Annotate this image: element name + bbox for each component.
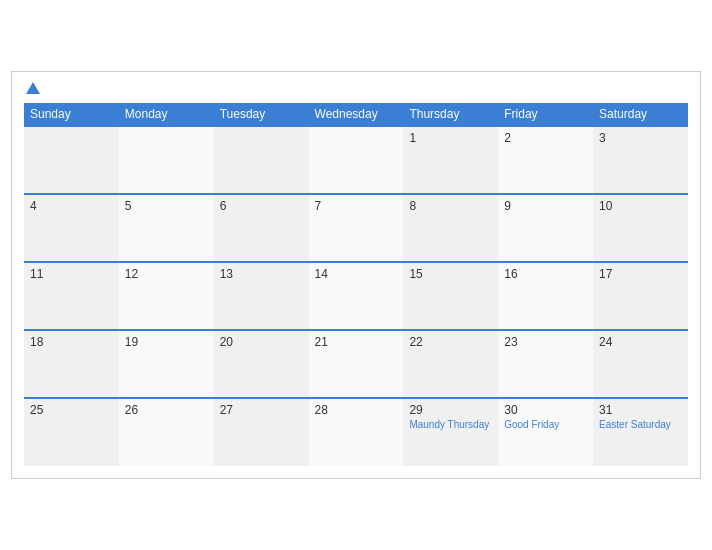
calendar-cell: 21 bbox=[309, 330, 404, 398]
day-number: 1 bbox=[409, 131, 492, 145]
calendar-cell: 28 bbox=[309, 398, 404, 466]
calendar-cell: 17 bbox=[593, 262, 688, 330]
holiday-name: Maundy Thursday bbox=[409, 419, 492, 431]
calendar-cell: 13 bbox=[214, 262, 309, 330]
calendar-cell: 6 bbox=[214, 194, 309, 262]
weekday-header-saturday: Saturday bbox=[593, 103, 688, 126]
calendar-cell bbox=[24, 126, 119, 194]
calendar-cell bbox=[214, 126, 309, 194]
calendar-thead: SundayMondayTuesdayWednesdayThursdayFrid… bbox=[24, 103, 688, 126]
weekday-header-row: SundayMondayTuesdayWednesdayThursdayFrid… bbox=[24, 103, 688, 126]
day-number: 8 bbox=[409, 199, 492, 213]
calendar-cell bbox=[119, 126, 214, 194]
calendar-cell: 27 bbox=[214, 398, 309, 466]
calendar-tbody: 1234567891011121314151617181920212223242… bbox=[24, 126, 688, 466]
day-number: 3 bbox=[599, 131, 682, 145]
day-number: 27 bbox=[220, 403, 303, 417]
day-number: 13 bbox=[220, 267, 303, 281]
day-number: 25 bbox=[30, 403, 113, 417]
calendar-cell: 1 bbox=[403, 126, 498, 194]
calendar-cell: 30Good Friday bbox=[498, 398, 593, 466]
calendar-container: SundayMondayTuesdayWednesdayThursdayFrid… bbox=[11, 71, 701, 479]
calendar-cell: 22 bbox=[403, 330, 498, 398]
day-number: 9 bbox=[504, 199, 587, 213]
calendar-cell: 5 bbox=[119, 194, 214, 262]
day-number: 4 bbox=[30, 199, 113, 213]
logo-blue-text bbox=[24, 82, 40, 95]
day-number: 21 bbox=[315, 335, 398, 349]
calendar-cell: 24 bbox=[593, 330, 688, 398]
calendar-cell: 31Easter Saturday bbox=[593, 398, 688, 466]
day-number: 12 bbox=[125, 267, 208, 281]
day-number: 2 bbox=[504, 131, 587, 145]
weekday-header-tuesday: Tuesday bbox=[214, 103, 309, 126]
calendar-cell: 18 bbox=[24, 330, 119, 398]
calendar-cell: 16 bbox=[498, 262, 593, 330]
day-number: 11 bbox=[30, 267, 113, 281]
day-number: 5 bbox=[125, 199, 208, 213]
calendar-week-row: 2526272829Maundy Thursday30Good Friday31… bbox=[24, 398, 688, 466]
calendar-cell: 4 bbox=[24, 194, 119, 262]
calendar-cell: 19 bbox=[119, 330, 214, 398]
day-number: 16 bbox=[504, 267, 587, 281]
logo-triangle-icon bbox=[26, 82, 40, 94]
calendar-cell: 2 bbox=[498, 126, 593, 194]
holiday-name: Easter Saturday bbox=[599, 419, 682, 431]
calendar-header bbox=[24, 82, 688, 95]
day-number: 20 bbox=[220, 335, 303, 349]
weekday-header-wednesday: Wednesday bbox=[309, 103, 404, 126]
day-number: 18 bbox=[30, 335, 113, 349]
day-number: 10 bbox=[599, 199, 682, 213]
calendar-cell: 8 bbox=[403, 194, 498, 262]
day-number: 23 bbox=[504, 335, 587, 349]
calendar-cell: 12 bbox=[119, 262, 214, 330]
holiday-name: Good Friday bbox=[504, 419, 587, 431]
calendar-cell: 26 bbox=[119, 398, 214, 466]
weekday-header-friday: Friday bbox=[498, 103, 593, 126]
weekday-header-sunday: Sunday bbox=[24, 103, 119, 126]
day-number: 14 bbox=[315, 267, 398, 281]
calendar-cell bbox=[309, 126, 404, 194]
weekday-header-thursday: Thursday bbox=[403, 103, 498, 126]
day-number: 22 bbox=[409, 335, 492, 349]
day-number: 30 bbox=[504, 403, 587, 417]
day-number: 17 bbox=[599, 267, 682, 281]
day-number: 19 bbox=[125, 335, 208, 349]
calendar-cell: 25 bbox=[24, 398, 119, 466]
calendar-cell: 15 bbox=[403, 262, 498, 330]
day-number: 24 bbox=[599, 335, 682, 349]
calendar-week-row: 11121314151617 bbox=[24, 262, 688, 330]
calendar-cell: 14 bbox=[309, 262, 404, 330]
calendar-cell: 10 bbox=[593, 194, 688, 262]
day-number: 7 bbox=[315, 199, 398, 213]
day-number: 15 bbox=[409, 267, 492, 281]
calendar-cell: 3 bbox=[593, 126, 688, 194]
calendar-cell: 7 bbox=[309, 194, 404, 262]
calendar-cell: 11 bbox=[24, 262, 119, 330]
calendar-table: SundayMondayTuesdayWednesdayThursdayFrid… bbox=[24, 103, 688, 466]
day-number: 31 bbox=[599, 403, 682, 417]
calendar-week-row: 123 bbox=[24, 126, 688, 194]
day-number: 6 bbox=[220, 199, 303, 213]
day-number: 29 bbox=[409, 403, 492, 417]
calendar-week-row: 45678910 bbox=[24, 194, 688, 262]
calendar-cell: 29Maundy Thursday bbox=[403, 398, 498, 466]
day-number: 26 bbox=[125, 403, 208, 417]
weekday-header-monday: Monday bbox=[119, 103, 214, 126]
logo bbox=[24, 82, 40, 95]
day-number: 28 bbox=[315, 403, 398, 417]
calendar-cell: 23 bbox=[498, 330, 593, 398]
calendar-cell: 9 bbox=[498, 194, 593, 262]
calendar-cell: 20 bbox=[214, 330, 309, 398]
calendar-week-row: 18192021222324 bbox=[24, 330, 688, 398]
